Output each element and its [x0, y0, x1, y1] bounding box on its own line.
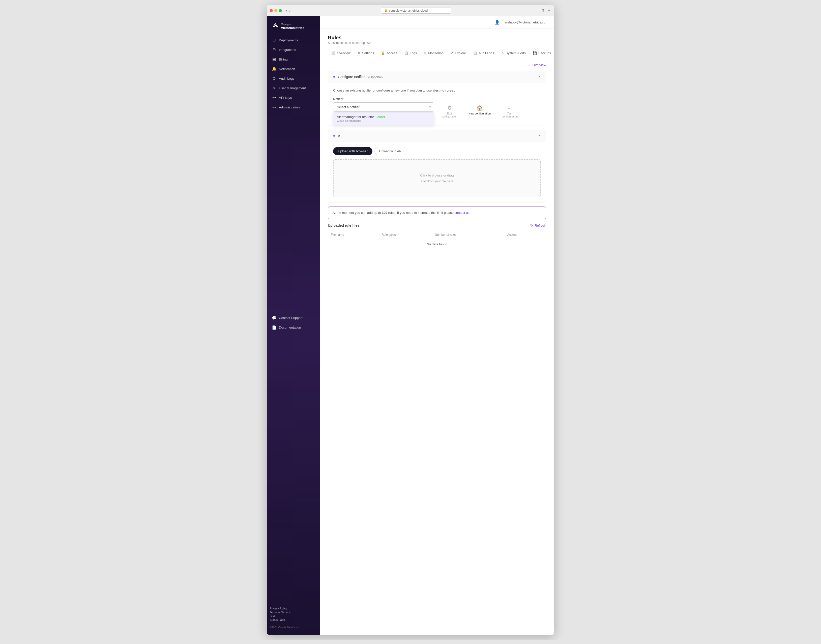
- new-configuration-button[interactable]: 🏠 New configuration: [465, 103, 494, 118]
- config-buttons: ⚙ Editconfiguration 🏠 New configuration …: [438, 103, 521, 121]
- back-button[interactable]: ‹: [286, 8, 287, 13]
- notifier-desc-bold: alerting rules: [433, 89, 453, 92]
- edit-config-icon: ⚙: [447, 105, 452, 111]
- tab-backups[interactable]: 💾 Backups: [529, 49, 554, 58]
- dropdown-item-alertmanager[interactable]: Alertmanager for test env Active Cloud a…: [333, 112, 434, 125]
- upload-api-button[interactable]: Upload with API: [374, 147, 407, 155]
- share-icon[interactable]: ⬆: [541, 8, 545, 13]
- tab-access[interactable]: 🔒 Access: [377, 49, 401, 58]
- integrations-icon: ⊟: [272, 48, 276, 52]
- tab-label: Backups: [538, 51, 551, 55]
- audit-tab-icon: 📋: [473, 51, 477, 55]
- logs-tab-icon: 📋: [404, 51, 408, 55]
- dropdown-item-name-text: Alertmanager for test env: [337, 115, 374, 119]
- close-button[interactable]: [270, 9, 273, 12]
- configure-notifier-header[interactable]: » Configure notifier (Optional) ∧: [328, 71, 546, 83]
- notifier-section-icon: »: [333, 75, 335, 79]
- test-configuration-button[interactable]: ✓ Testconfiguration: [498, 103, 521, 121]
- data-table: File name Rule types Number of rules Act…: [328, 230, 546, 249]
- configure-notifier-body: Choose an existing notifier or configure…: [328, 83, 546, 126]
- sidebar-item-billing[interactable]: ▣ Billing: [269, 55, 318, 64]
- sidebar: Managed VictoriaMetrics ⊞ Deployments ⊟ …: [267, 16, 320, 635]
- sidebar-item-api-keys[interactable]: ⊶ API keys: [269, 93, 318, 102]
- plus-icon[interactable]: ＋: [547, 8, 551, 13]
- sidebar-item-audit-logs[interactable]: ⊙ Audit Logs: [269, 74, 318, 83]
- upload-tabs: Upload with browser Upload with API: [333, 147, 541, 155]
- dropzone-text-line2: and drop your file here: [339, 178, 535, 184]
- topbar: 👤 marshalov@victoriametrics.com: [320, 16, 554, 29]
- sidebar-nav: ⊞ Deployments ⊟ Integrations ▣ Billing 🔔…: [267, 35, 320, 308]
- upload-section-icon: »: [333, 133, 335, 138]
- notifier-select-wrapper: Select a notifier... ▾ Alertmanager for …: [333, 103, 434, 112]
- info-limit: 100: [382, 211, 387, 215]
- sidebar-label: Audit Logs: [279, 77, 294, 80]
- sidebar-item-notification[interactable]: 🔔 Notification: [269, 64, 318, 74]
- upload-browser-button[interactable]: Upload with browser: [333, 147, 372, 155]
- dropzone[interactable]: Click to browse or drag and drop your fi…: [333, 159, 541, 198]
- sidebar-item-user-management[interactable]: ⊚ User Management: [269, 83, 318, 92]
- minimize-button[interactable]: [274, 9, 277, 12]
- sidebar-label: Contact Support: [279, 316, 303, 320]
- explore-tab-icon: ↗: [450, 51, 453, 55]
- tab-label: Audit Logs: [479, 51, 494, 55]
- notifier-select[interactable]: Select a notifier...: [333, 103, 434, 112]
- titlebar: ‹ › 🔒 console.victoriametrics.cloud ⬆ ＋: [267, 5, 554, 16]
- configure-notifier-section: » Configure notifier (Optional) ∧ Choose…: [328, 71, 546, 126]
- url-text: console.victoriametrics.cloud: [389, 9, 427, 12]
- sidebar-label: User Management: [279, 86, 306, 90]
- access-tab-icon: 🔒: [381, 51, 385, 55]
- sidebar-logo: Managed VictoriaMetrics: [267, 20, 320, 35]
- overview-link[interactable]: ← Overview: [528, 63, 546, 67]
- terms-of-service-link[interactable]: Terms of Service: [270, 611, 317, 614]
- overview-tab-icon: ⬜: [331, 51, 335, 55]
- sidebar-divider: [271, 311, 316, 311]
- administration-icon: ⊷: [272, 105, 276, 109]
- tab-label: Overview: [337, 51, 351, 55]
- sidebar-item-integrations[interactable]: ⊟ Integrations: [269, 45, 318, 54]
- contact-us-link[interactable]: contact us: [455, 211, 470, 215]
- tab-settings[interactable]: ⚙ Settings: [354, 49, 377, 58]
- sidebar-item-documentation[interactable]: 📄 Documentation: [269, 323, 318, 332]
- sidebar-label: Documentation: [279, 325, 301, 329]
- sidebar-bottom: 💬 Contact Support 📄 Documentation: [267, 313, 320, 333]
- tab-overview[interactable]: ⬜ Overview: [328, 49, 354, 58]
- sidebar-item-deployments[interactable]: ⊞ Deployments: [269, 35, 318, 44]
- main: 👤 marshalov@victoriametrics.com Rules Su…: [320, 16, 554, 635]
- maximize-button[interactable]: [279, 9, 282, 12]
- address-bar[interactable]: 🔒 console.victoriametrics.cloud: [381, 8, 451, 14]
- privacy-policy-link[interactable]: Privacy Policy: [270, 607, 317, 610]
- sidebar-footer-links: Privacy Policy Terms of Service SLA Stat…: [267, 605, 320, 624]
- audit-logs-icon: ⊙: [272, 76, 276, 81]
- sidebar-label: Notification: [279, 67, 295, 71]
- sidebar-label: API keys: [279, 96, 292, 100]
- tab-label: Logs: [410, 51, 417, 55]
- notifier-dropdown: Alertmanager for test env Active Cloud a…: [333, 112, 434, 125]
- info-text-end: .: [470, 211, 471, 215]
- status-page-link[interactable]: Status Page: [270, 618, 317, 621]
- info-text-mid: rules. If you need to increase this limi…: [388, 211, 453, 215]
- tab-logs[interactable]: 📋 Logs: [401, 49, 420, 58]
- upload-section-header[interactable]: » A ∧: [328, 130, 546, 142]
- system-alerts-tab-icon: ⚠: [501, 51, 504, 55]
- tab-monitoring[interactable]: ⊞ Monitoring: [420, 49, 447, 58]
- refresh-button[interactable]: ↻ Refresh: [530, 224, 546, 227]
- sidebar-item-contact-support[interactable]: 💬 Contact Support: [269, 313, 318, 322]
- user-email: marshalov@victoriametrics.com: [502, 20, 548, 24]
- collapse-icon[interactable]: ∧: [538, 75, 541, 79]
- upload-collapse-icon[interactable]: ∧: [538, 134, 541, 138]
- test-config-icon: ✓: [508, 105, 512, 111]
- test-config-label: Testconfiguration: [502, 112, 518, 118]
- notifier-optional-label: (Optional): [368, 75, 383, 79]
- sla-link[interactable]: SLA: [270, 615, 317, 618]
- logo-icon: [272, 22, 279, 31]
- notifier-description: Choose an existing notifier or configure…: [333, 88, 541, 93]
- user-icon: 👤: [495, 20, 500, 25]
- tab-system-alerts[interactable]: ⚠ System Alerts: [498, 49, 529, 58]
- sidebar-item-administration[interactable]: ⊷ Administration: [269, 103, 318, 112]
- tab-explore[interactable]: ↗ Explore: [447, 49, 470, 58]
- table-row-no-data: No data found: [328, 239, 546, 249]
- edit-configuration-button[interactable]: ⚙ Editconfiguration: [438, 103, 461, 121]
- forward-button[interactable]: ›: [289, 8, 291, 13]
- dropzone-text-line1: Click to browse or drag: [339, 172, 535, 178]
- tab-audit-logs[interactable]: 📋 Audit Logs: [470, 49, 498, 58]
